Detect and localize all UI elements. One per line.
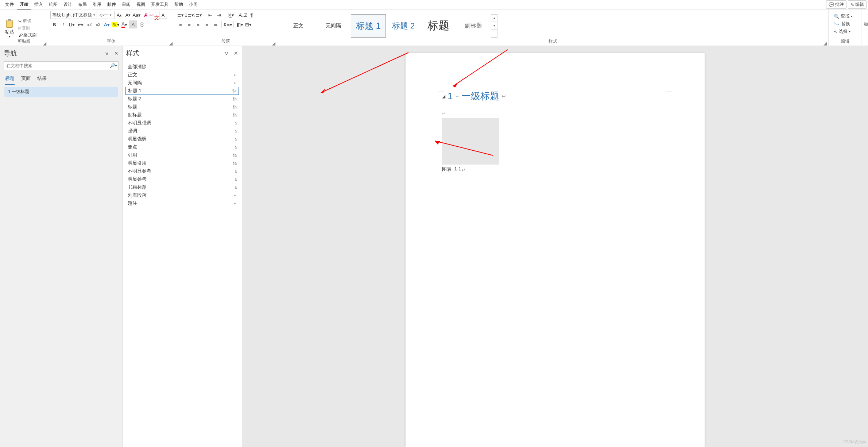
style-list-item[interactable]: 全部清除 xyxy=(125,63,239,71)
borders-button[interactable]: ⊞▾ xyxy=(244,20,252,28)
underline-button[interactable]: U▾ xyxy=(68,20,76,28)
style-list-item[interactable]: 引用¶a xyxy=(125,151,239,159)
replace-button[interactable]: ᵇ↔替换 xyxy=(834,21,856,27)
style-list-item[interactable]: 明显参考a xyxy=(125,175,239,183)
style-list-item[interactable]: 无间隔↵ xyxy=(125,79,239,87)
styles-collapse-button[interactable]: ⅴ xyxy=(225,50,228,56)
style-list-item[interactable]: 明显引用¶a xyxy=(125,159,239,167)
menu-developer[interactable]: 开发工具 xyxy=(148,0,171,9)
subscript-button[interactable]: x2 xyxy=(85,20,93,28)
style-list-item[interactable]: 标题 1¶a xyxy=(125,87,239,95)
image-placeholder[interactable] xyxy=(442,118,499,165)
style-normal[interactable]: 正文 xyxy=(281,14,316,38)
decrease-indent-button[interactable]: ⇤ xyxy=(206,11,214,19)
style-list-item[interactable]: 标题 2¶a xyxy=(125,95,239,103)
heading-1[interactable]: ◢ 1 → 一级标题 ↵ xyxy=(442,90,668,103)
document-area[interactable]: ◢ 1 → 一级标题 ↵ ↵ 图表·1-1↵ xyxy=(242,46,868,447)
menu-file[interactable]: 文件 xyxy=(2,0,17,9)
style-list-item[interactable]: 列表段落↵ xyxy=(125,191,239,199)
increase-indent-button[interactable]: ⇥ xyxy=(215,11,223,19)
nav-tab-headings[interactable]: 标题 xyxy=(5,73,15,85)
paste-button[interactable]: 粘贴▾ xyxy=(2,19,17,38)
style-nospacing[interactable]: 无间隔 xyxy=(316,14,351,38)
align-center-button[interactable]: ≡ xyxy=(185,20,193,28)
align-left-button[interactable]: ≡ xyxy=(177,20,185,28)
char-shading-button[interactable]: A xyxy=(129,20,137,28)
cut-button[interactable]: ✂剪切 xyxy=(18,18,36,24)
multilevel-list-button[interactable]: ⁝≣▾ xyxy=(194,11,202,19)
style-gallery-more[interactable]: ▴▾⋯ xyxy=(491,14,497,38)
line-spacing-button[interactable]: ⇕≡▾ xyxy=(224,20,232,28)
style-list-item[interactable]: 明显强调a xyxy=(125,135,239,143)
justify-button[interactable]: ≡ xyxy=(203,20,211,28)
copy-button[interactable]: ⎘复制 xyxy=(18,25,36,31)
menu-design[interactable]: 设计 xyxy=(61,0,75,9)
nav-search-input[interactable] xyxy=(4,61,108,70)
dialog-launcher-icon[interactable]: ◢ xyxy=(169,41,173,45)
clear-formatting-button[interactable]: A̸ xyxy=(142,11,150,19)
style-title[interactable]: 标题 xyxy=(421,14,456,38)
select-button[interactable]: ↖选择▾ xyxy=(834,28,856,35)
enclose-char-button[interactable]: ㊥ xyxy=(138,20,146,28)
phonetic-guide-button[interactable]: wén文 xyxy=(150,11,158,19)
nav-search-button[interactable]: 🔎▾ xyxy=(108,61,119,70)
shading-button[interactable]: ◧▾ xyxy=(236,20,244,28)
menu-help[interactable]: 帮助 xyxy=(171,0,186,9)
nav-heading-item[interactable]: 1 一级标题 xyxy=(4,87,118,97)
italic-button[interactable]: I xyxy=(59,20,67,28)
menu-draw[interactable]: 绘图 xyxy=(46,0,61,9)
style-heading1[interactable]: 标题 1 xyxy=(351,14,386,38)
nav-tab-pages[interactable]: 页面 xyxy=(21,73,31,85)
show-marks-button[interactable]: ¶ xyxy=(248,11,256,19)
heading-text[interactable]: 一级标题 xyxy=(461,90,499,103)
figure-caption[interactable]: 图表·1-1↵ xyxy=(442,166,668,174)
menu-mailings[interactable]: 邮件 xyxy=(104,0,119,9)
style-list-item[interactable]: 书籍标题a xyxy=(125,183,239,191)
style-list-item[interactable]: 标题¶a xyxy=(125,103,239,111)
text-effects-button[interactable]: A▾ xyxy=(103,20,111,28)
style-list-item[interactable]: 不明显参考a xyxy=(125,167,239,175)
dialog-launcher-icon[interactable]: ◢ xyxy=(272,41,276,45)
style-list-item[interactable]: 强调a xyxy=(125,127,239,135)
numbering-button[interactable]: 1≣▾ xyxy=(185,11,193,19)
nav-collapse-button[interactable]: ⅴ xyxy=(105,50,108,56)
dialog-launcher-icon[interactable]: ◢ xyxy=(824,41,827,45)
bullets-button[interactable]: ≣▾ xyxy=(177,11,185,19)
menu-insert[interactable]: 插入 xyxy=(31,0,46,9)
bold-button[interactable]: B xyxy=(50,20,58,28)
style-subtitle[interactable]: 副标题 xyxy=(456,14,491,38)
comments-button[interactable]: 💬批注 xyxy=(826,0,846,9)
menu-references[interactable]: 引用 xyxy=(90,0,104,9)
style-list-item[interactable]: 要点a xyxy=(125,143,239,151)
style-list-item[interactable]: 副标题¶a xyxy=(125,111,239,119)
font-size-combo[interactable]: 小一▾ xyxy=(98,11,115,19)
style-list-item[interactable]: 题注↵ xyxy=(125,199,239,207)
menu-view[interactable]: 视图 xyxy=(133,0,148,9)
superscript-button[interactable]: x2 xyxy=(94,20,102,28)
page[interactable]: ◢ 1 → 一级标题 ↵ ↵ 图表·1-1↵ xyxy=(406,53,705,447)
strikethrough-button[interactable]: ab xyxy=(77,20,85,28)
highlight-button[interactable]: ✎▾ xyxy=(112,20,120,28)
align-right-button[interactable]: ≡ xyxy=(194,20,202,28)
decrease-font-button[interactable]: A▾ xyxy=(124,11,132,19)
editing-mode-button[interactable]: ✎编辑 xyxy=(848,0,867,9)
nav-tab-results[interactable]: 结果 xyxy=(37,73,47,85)
text-direction-button[interactable]: ✕̲▾ xyxy=(227,11,235,19)
sort-button[interactable]: A↓Z xyxy=(239,11,247,19)
menu-review[interactable]: 审阅 xyxy=(119,0,133,9)
menu-home[interactable]: 开始 xyxy=(17,0,31,9)
nav-close-button[interactable]: ✕ xyxy=(114,50,119,56)
styles-close-button[interactable]: ✕ xyxy=(234,50,238,56)
style-heading2[interactable]: 标题 2 xyxy=(386,14,421,38)
distribute-button[interactable]: ≣ xyxy=(212,20,220,28)
menu-layout[interactable]: 布局 xyxy=(75,0,90,9)
find-button[interactable]: 🔍查找▾ xyxy=(834,13,856,19)
font-name-combo[interactable]: 等线 Light (中文标题▾ xyxy=(50,11,97,19)
char-border-button[interactable]: A xyxy=(159,11,167,19)
style-list-item[interactable]: 正文↵ xyxy=(125,71,239,79)
menu-xiaozhou[interactable]: 小周 xyxy=(186,0,201,9)
style-list-item[interactable]: 不明显强调a xyxy=(125,119,239,127)
increase-font-button[interactable]: A▴ xyxy=(115,11,123,19)
change-case-button[interactable]: Aa▾ xyxy=(133,11,141,19)
font-color-button[interactable]: A▾ xyxy=(120,20,128,28)
